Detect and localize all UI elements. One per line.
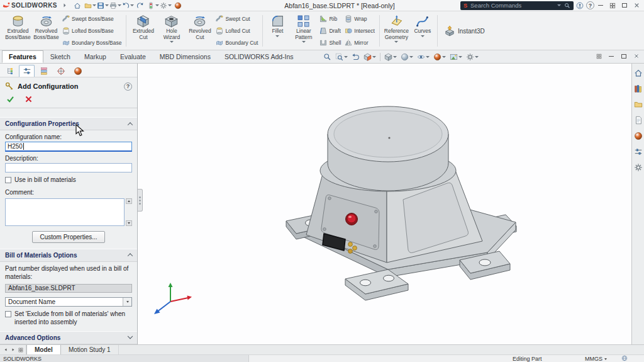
scroll-down-icon[interactable] (126, 220, 132, 226)
swept-cut-button[interactable]: Swept Cut (214, 14, 260, 25)
print-button[interactable] (109, 1, 121, 10)
comment-input[interactable] (5, 198, 125, 226)
exclude-from-bom-checkbox[interactable] (5, 311, 11, 317)
restore-button[interactable] (619, 1, 630, 10)
boundary-boss-base-button[interactable]: Boundary Boss/Base (60, 37, 123, 48)
reference-geometry-button[interactable]: Reference Geometry (382, 13, 411, 49)
dimxpertmanager-tab[interactable] (53, 65, 69, 77)
tab-mbd-dimensions[interactable]: MBD Dimensions (153, 50, 218, 63)
tab-features[interactable]: Features (2, 50, 43, 63)
propertymanager-tab[interactable] (19, 65, 35, 77)
curves-flyout-arrow-icon[interactable] (421, 35, 425, 37)
edit-appearance-button[interactable] (172, 1, 184, 10)
file-explorer-icon[interactable] (634, 100, 643, 109)
tab-sketch[interactable]: Sketch (43, 50, 77, 63)
scroll-tabs-left-icon[interactable] (2, 346, 9, 353)
use-in-bom-checkbox[interactable] (5, 177, 11, 183)
hole-wizard-button[interactable]: Hole Wizard (157, 13, 186, 49)
doc-minimize-button[interactable] (606, 52, 616, 60)
units-selector[interactable]: MMGS (585, 356, 607, 362)
boundary-cut-button[interactable]: Boundary Cut (214, 37, 260, 48)
lofted-cut-button[interactable]: Lofted Cut (214, 25, 260, 36)
configuration-name-input[interactable]: H250 (5, 142, 132, 152)
status-globe-icon[interactable] (621, 355, 628, 362)
reference-flyout-arrow-icon[interactable] (394, 41, 398, 43)
tab-solidworks-addins[interactable]: SOLIDWORKS Add-Ins (218, 50, 301, 63)
dropdown-arrow-icon[interactable] (123, 298, 131, 306)
fillet-flyout-arrow-icon[interactable] (275, 35, 279, 37)
extruded-cut-button[interactable]: Extruded Cut (129, 13, 157, 49)
revolved-cut-button[interactable]: Revolved Cut (186, 13, 214, 49)
open-button[interactable] (84, 1, 96, 10)
bom-options-header[interactable]: Bill of Materials Options (0, 249, 137, 262)
appearances-scenes-icon[interactable] (634, 132, 643, 140)
fillet-button[interactable]: Fillet (265, 13, 289, 49)
tab-evaluate[interactable]: Evaluate (113, 50, 153, 63)
extruded-boss-base-button[interactable]: Extruded Boss/Base (4, 13, 32, 49)
view-settings-button[interactable] (465, 52, 480, 62)
motion-study-1-tab[interactable]: Motion Study 1 (61, 345, 119, 354)
rib-button[interactable]: Rib (318, 14, 343, 25)
graphics-viewport[interactable] (138, 64, 631, 344)
lofted-boss-base-button[interactable]: Lofted Boss/Base (60, 25, 123, 36)
hide-show-items-button[interactable] (416, 52, 431, 62)
apply-scene-button[interactable] (448, 52, 464, 62)
custom-properties-button[interactable]: Custom Properties... (32, 231, 104, 243)
section-view-button[interactable] (362, 52, 377, 62)
description-input[interactable] (5, 163, 132, 173)
redo-button[interactable] (135, 1, 147, 10)
menu-expand-arrow-icon[interactable] (59, 1, 71, 10)
split-view-icon[interactable] (17, 346, 24, 353)
view-palette-icon[interactable] (634, 116, 643, 125)
doc-close-button[interactable] (631, 52, 641, 60)
model-3d-abfan16-base[interactable] (138, 64, 631, 344)
edit-appearance-hud-button[interactable] (432, 52, 447, 62)
intersect-button[interactable]: Intersect (343, 25, 377, 36)
model-tab[interactable]: Model (26, 345, 61, 354)
search-scope-arrow-icon[interactable] (557, 4, 561, 6)
design-library-icon[interactable] (634, 84, 643, 93)
scroll-up-icon[interactable] (126, 198, 132, 204)
undo-button[interactable] (122, 1, 134, 10)
doc-frame-button[interactable] (594, 52, 604, 60)
exclude-from-bom-checkbox-row[interactable]: Set 'Exclude from bill of materials' whe… (0, 307, 137, 327)
advanced-options-header[interactable]: Advanced Options (0, 331, 137, 344)
pattern-flyout-arrow-icon[interactable] (302, 41, 306, 43)
instant3d-button[interactable]: Instant3D (439, 13, 490, 49)
draft-button[interactable]: Draft (318, 25, 343, 36)
custom-properties-tab-icon[interactable] (634, 147, 643, 156)
cancel-cross-icon[interactable] (25, 95, 33, 103)
use-in-bom-checkbox-row[interactable]: Use in bill of materials (0, 173, 137, 186)
featuremanager-tab[interactable] (2, 65, 18, 77)
configuration-properties-header[interactable]: Configuration Properties (0, 117, 137, 130)
solidworks-resources-icon[interactable] (634, 69, 643, 77)
solidworks-forum-icon[interactable] (634, 163, 643, 172)
search-icon[interactable] (564, 3, 570, 9)
mirror-button[interactable]: Mirror (343, 37, 377, 48)
save-button[interactable] (97, 1, 109, 10)
tab-markup[interactable]: Markup (77, 50, 113, 63)
search-input[interactable]: Search Commands (470, 2, 554, 9)
curves-button[interactable]: Curves (411, 13, 435, 49)
revolved-boss-base-button[interactable]: Revolved Boss/Base (32, 13, 60, 49)
previous-view-button[interactable] (350, 52, 361, 62)
displaymanager-tab[interactable] (70, 65, 86, 77)
options-button[interactable] (160, 1, 172, 10)
zoom-area-button[interactable] (334, 52, 349, 62)
view-orientation-button[interactable] (383, 52, 398, 62)
linear-pattern-button[interactable]: Linear Pattern (289, 13, 318, 49)
home-button[interactable] (72, 1, 84, 10)
swept-boss-base-button[interactable]: Swept Boss/Base (60, 14, 123, 25)
layout-grid-button[interactable] (607, 1, 618, 10)
wrap-button[interactable]: Wrap (343, 14, 377, 25)
help-button[interactable]: ? (586, 1, 594, 9)
close-button[interactable] (631, 1, 642, 10)
account-button[interactable] (574, 1, 586, 10)
help-icon[interactable]: ? (124, 82, 132, 91)
display-style-button[interactable] (399, 52, 414, 62)
minimize-button[interactable] (595, 1, 606, 10)
search-commands-box[interactable]: S Search Commands (460, 1, 574, 10)
part-number-source-select[interactable]: Document Name (5, 297, 132, 307)
panel-splitter[interactable] (138, 189, 143, 212)
doc-restore-button[interactable] (619, 52, 629, 60)
